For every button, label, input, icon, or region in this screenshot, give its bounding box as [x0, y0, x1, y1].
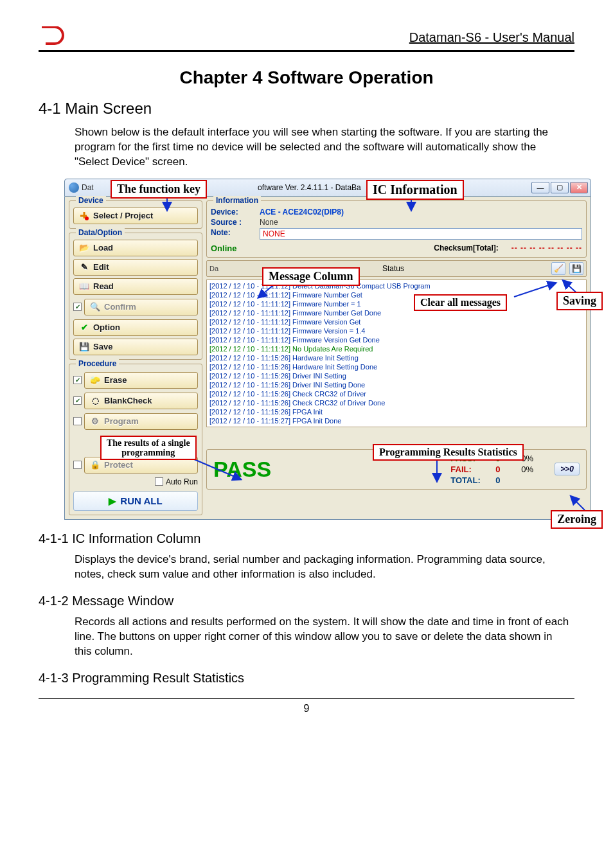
annot-clear-all: Clear all messages — [414, 294, 507, 311]
magnify-icon: 🔍 — [90, 302, 100, 312]
window-title-fragment: oftware Ver. 2.4.11.1 - DataBa — [258, 183, 361, 192]
edit-button[interactable]: ✎Edit — [73, 259, 198, 276]
clear-messages-button[interactable]: 🧹 — [551, 262, 565, 275]
message-line: [2012 / 12 / 10 - 11:15:26] Driver INI S… — [209, 380, 583, 389]
section-4-1-1: 4-1-1 IC Information Column — [39, 531, 574, 546]
save-button[interactable]: 💾Save — [73, 339, 198, 355]
message-line: [2012 / 12 / 10 - 11:15:26] Hardware Ini… — [209, 362, 583, 371]
message-line: [2012 / 12 / 10 - 11:11:12] Firmware Ver… — [209, 326, 583, 335]
folder-open-icon: 📂 — [79, 243, 89, 253]
app-icon — [69, 182, 79, 193]
note-label: Note: — [211, 228, 256, 240]
device-group: Device Select / Project — [69, 200, 202, 229]
erase-checkbox[interactable]: ✔ — [73, 376, 82, 384]
erase-icon: 🧽 — [90, 375, 100, 385]
auto-run-checkbox[interactable] — [155, 477, 163, 486]
doc-title: Dataman-S6 - User's Manual — [409, 30, 574, 45]
device-legend: Device — [76, 196, 106, 205]
para-4-1-1: Displays the device's brand, serial numb… — [75, 553, 569, 582]
message-line: [2012 / 12 / 10 - 11:11:12] Firmware Ver… — [209, 317, 583, 326]
confirm-checkbox[interactable]: ✔ — [73, 303, 82, 311]
save-messages-button[interactable]: 💾 — [569, 262, 583, 275]
page-header: Dataman-S6 - User's Manual — [39, 26, 574, 52]
svg-line-6 — [193, 459, 238, 478]
confirm-button[interactable]: 🔍Confirm — [84, 299, 198, 315]
zero-button[interactable]: >>0 — [555, 463, 580, 475]
para-4-1: Shown below is the default interface you… — [75, 125, 569, 170]
run-all-label: RUN ALL — [120, 495, 162, 506]
fail-pct: 0% — [521, 465, 547, 474]
message-line: [2012 / 12 / 10 - 11:15:27] FPGA Init Do… — [209, 416, 583, 425]
program-button[interactable]: ⚙Program — [84, 413, 198, 430]
program-checkbox[interactable] — [73, 417, 82, 425]
section-4-1-2: 4-1-2 Message Window — [39, 594, 574, 608]
load-button[interactable]: 📂Load — [73, 240, 198, 256]
blankcheck-button[interactable]: ◌BlankCheck — [84, 393, 198, 409]
select-project-label: Select / Project — [93, 211, 153, 220]
select-project-button[interactable]: Select / Project — [73, 208, 198, 224]
annot-prog-stats: Programming Results Statistics — [373, 444, 524, 461]
online-status: Online — [211, 244, 236, 253]
checksum-label: Checksum[Total]: — [434, 244, 498, 252]
load-label: Load — [93, 243, 113, 252]
information-group: Information Device: ACE - ACE24C02(DIP8)… — [206, 200, 587, 258]
program-label: Program — [104, 416, 138, 426]
annot-saving: Saving — [556, 292, 603, 310]
confirm-label: Confirm — [104, 302, 136, 312]
section-4-1: 4-1 Main Screen — [39, 100, 574, 118]
fail-label: FAIL: — [450, 465, 495, 474]
annot-zeroing: Zeroing — [551, 510, 603, 529]
fail-count: 0 — [495, 465, 521, 474]
blankcheck-checkbox[interactable]: ✔ — [73, 396, 82, 405]
main-screen-screenshot: Dat oftware Ver. 2.4.11.1 - DataBa — ▢ ✕… — [64, 179, 591, 520]
play-icon: ▶ — [109, 495, 116, 507]
message-line: [2012 / 12 / 10 - 11:15:26] Check CRC32 … — [209, 389, 583, 398]
edit-icon: ✎ — [79, 262, 89, 272]
message-line: [2012 / 12 / 10 - 11:15:26] Check CRC32 … — [209, 398, 583, 407]
svg-line-8 — [573, 499, 585, 510]
erase-button[interactable]: 🧽Erase — [84, 372, 198, 389]
source-value: None — [260, 218, 582, 227]
annot-function-key: The function key — [111, 180, 207, 199]
protect-checkbox[interactable] — [73, 461, 82, 469]
svg-point-0 — [85, 217, 89, 220]
read-label: Read — [93, 281, 114, 291]
program-icon: ⚙ — [90, 416, 100, 427]
chapter-title: Chapter 4 Software Operation — [39, 67, 574, 88]
pass-pct: 0% — [521, 454, 547, 463]
blankcheck-icon: ◌ — [90, 396, 100, 406]
para-4-1-2: Records all actions and results performe… — [75, 615, 569, 659]
window-maximize-button[interactable]: ▢ — [551, 182, 569, 193]
information-legend: Information — [213, 196, 261, 205]
message-line: [2012 / 12 / 10 - 11:15:26] Driver INI S… — [209, 371, 583, 380]
page-number: 9 — [39, 698, 574, 714]
data-option-legend: Data/Option — [76, 228, 125, 237]
total-count: 0 — [495, 475, 521, 485]
lock-icon: 🔒 — [90, 460, 100, 470]
checksum-value: -- -- -- -- -- -- -- -- — [511, 244, 582, 252]
message-line: [2012 / 12 / 10 - 11:15:26] Hardware Ini… — [209, 353, 583, 362]
message-line: [2012 / 12 / 10 - 11:11:12] Firmware Num… — [209, 308, 583, 317]
window-minimize-button[interactable]: — — [531, 182, 549, 193]
read-button[interactable]: 📖Read — [73, 278, 198, 295]
message-line: [2012 / 12 / 10 - 11:15:26] FPGA Init — [209, 407, 583, 416]
procedure-legend: Procedure — [76, 359, 119, 368]
eraser-icon: 🧹 — [554, 264, 564, 273]
save-icon: 💾 — [79, 342, 89, 352]
message-line: [2012 / 12 / 10 - 11:11:12] Firmware Ver… — [209, 335, 583, 344]
save-label: Save — [93, 342, 112, 351]
run-all-button[interactable]: ▶RUN ALL — [73, 492, 198, 511]
section-4-1-3: 4-1-3 Programming Result Statistics — [39, 671, 574, 686]
data-option-group: Data/Option 📂Load ✎Edit 📖Read ✔ 🔍Confirm… — [69, 233, 202, 360]
check-icon: ✔ — [79, 323, 89, 333]
annot-results-single: The results of a singleprogramming — [100, 436, 197, 460]
window-close-button[interactable]: ✕ — [570, 182, 588, 193]
message-line: [2012 / 12 / 10 - 11:15:27] Device Selec… — [209, 425, 583, 427]
read-icon: 📖 — [79, 281, 89, 292]
source-label: Source : — [211, 218, 256, 227]
note-input[interactable]: NONE — [260, 228, 582, 240]
annot-message-col: Message Column — [262, 267, 360, 286]
disk-icon: 💾 — [572, 264, 582, 273]
option-button[interactable]: ✔Option — [73, 319, 198, 336]
option-label: Option — [93, 323, 120, 332]
